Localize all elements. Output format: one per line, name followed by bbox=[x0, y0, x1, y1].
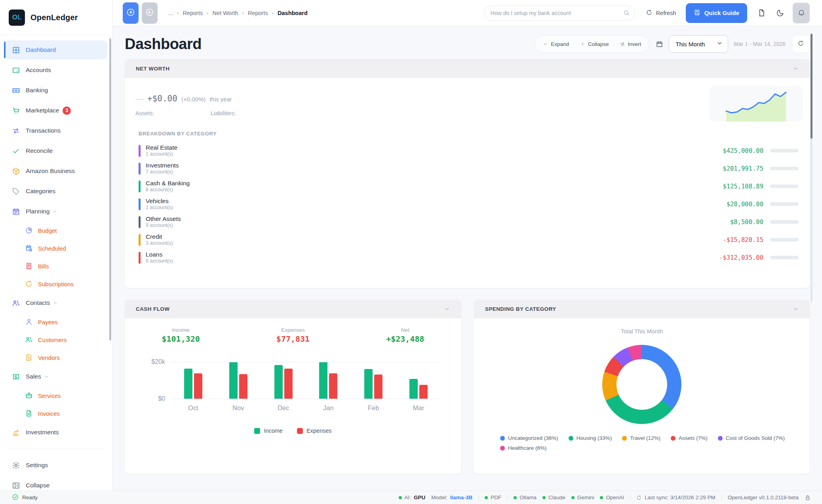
sidebar-item-marketplace[interactable]: Marketplace3 bbox=[4, 101, 107, 120]
category-color-bar bbox=[139, 181, 141, 192]
legend-label: Expenses bbox=[306, 428, 332, 434]
breakdown-row-loans[interactable]: Loans5 account(s)-$312,035.00 bbox=[139, 249, 799, 266]
sidebar-item-dashboard[interactable]: Dashboard bbox=[4, 40, 107, 59]
sparkline-chart bbox=[709, 86, 803, 122]
period-select[interactable]: This Month bbox=[669, 35, 728, 53]
stat-income: Income$101,320 bbox=[125, 327, 237, 344]
category-info: Other Assets9 account(s) bbox=[146, 215, 181, 229]
sidebar-item-planning[interactable]: Planning bbox=[4, 202, 107, 221]
category-amount: -$312,035.00 bbox=[719, 254, 763, 261]
sidebar-item-customers[interactable]: Customers bbox=[4, 331, 107, 348]
logo-monogram: OL bbox=[12, 13, 22, 21]
sidebar-item-transactions[interactable]: Transactions bbox=[4, 121, 107, 140]
model-value: llama-3B bbox=[450, 494, 472, 500]
sidebar-item-scheduled[interactable]: Scheduled bbox=[4, 240, 107, 257]
income-bar[interactable] bbox=[274, 365, 283, 399]
expenses-bar[interactable] bbox=[374, 375, 382, 399]
breakdown-row-credit[interactable]: Credit3 account(s)-$15,820.15 bbox=[139, 231, 799, 249]
income-bar[interactable] bbox=[409, 379, 418, 399]
breakdown-row-other-assets[interactable]: Other Assets9 account(s)$8,500.00 bbox=[139, 213, 799, 231]
sidebar-item-label: Reconcile bbox=[26, 147, 53, 154]
breadcrumb-item[interactable]: Dashboard bbox=[278, 10, 308, 16]
y-axis-label: $0 bbox=[158, 395, 171, 402]
breadcrumb-item[interactable]: Net Worth bbox=[213, 10, 238, 16]
liabilities-label: Liabilities: bbox=[211, 110, 236, 116]
expenses-bar[interactable] bbox=[284, 369, 293, 399]
expenses-bar[interactable] bbox=[329, 373, 337, 399]
refresh-button[interactable]: Refresh bbox=[646, 9, 676, 17]
notifications-button[interactable] bbox=[793, 3, 810, 23]
sidebar-item-services[interactable]: Services bbox=[4, 387, 107, 404]
sidebar-item-sales[interactable]: Sales bbox=[4, 367, 107, 386]
income-bar[interactable] bbox=[319, 362, 327, 399]
expenses-bar[interactable] bbox=[419, 385, 428, 399]
breakdown-row-vehicles[interactable]: Vehicles1 account(s)$28,000.00 bbox=[139, 195, 799, 213]
breakdown-row-investments[interactable]: Investments7 account(s)$201,991.75 bbox=[139, 160, 799, 177]
status-dot bbox=[600, 496, 603, 499]
category-progress-pill bbox=[770, 220, 799, 224]
sidebar-item-amazon-business[interactable]: Amazon Business bbox=[4, 162, 107, 181]
bell-icon bbox=[797, 8, 805, 18]
collapse-section-icon[interactable] bbox=[444, 306, 450, 312]
calendar-icon bbox=[656, 40, 663, 48]
sidebar-item-categories[interactable]: Categories bbox=[4, 182, 107, 201]
sidebar-item-contacts[interactable]: Contacts bbox=[4, 293, 107, 312]
expand-button[interactable]: Expand bbox=[537, 41, 575, 47]
sidebar-item-bills[interactable]: Bills bbox=[4, 258, 107, 274]
sidebar-item-investments[interactable]: Investments bbox=[4, 423, 107, 442]
income-bar[interactable] bbox=[364, 369, 373, 399]
category-amount: $8,500.00 bbox=[730, 219, 763, 226]
chevron-down-icon bbox=[793, 66, 799, 72]
sidebar-item-label: Vendors bbox=[38, 354, 60, 361]
sidebar-item-payees[interactable]: Payees bbox=[4, 314, 107, 330]
income-bar[interactable] bbox=[229, 362, 238, 399]
collapse-button[interactable]: Collapse bbox=[575, 41, 615, 47]
lock-status[interactable] bbox=[805, 494, 811, 501]
sidebar-item-reconcile[interactable]: Reconcile bbox=[4, 141, 107, 160]
status-dot bbox=[514, 496, 517, 499]
dark-mode-button[interactable] bbox=[776, 9, 784, 17]
quick-guide-button[interactable]: Quick Guide bbox=[686, 3, 747, 23]
gridline bbox=[171, 399, 441, 399]
income-bar[interactable] bbox=[184, 369, 192, 399]
sidebar-item-banking[interactable]: Banking bbox=[4, 81, 107, 100]
expenses-bar[interactable] bbox=[239, 374, 247, 399]
breakdown-row-real-estate[interactable]: Real Estate1 account(s)$425,000.00 bbox=[139, 142, 799, 160]
legend-assets: Assets (7%) bbox=[671, 435, 708, 441]
category-amount: $125,108.89 bbox=[723, 183, 763, 190]
legend-income: Income bbox=[254, 428, 283, 434]
breadcrumb-item[interactable]: Reports bbox=[248, 10, 268, 16]
chevron-down-icon bbox=[793, 306, 799, 312]
collapse-section-icon[interactable] bbox=[793, 66, 799, 72]
sync-button[interactable] bbox=[792, 35, 810, 53]
sidebar-item-subscriptions[interactable]: Subscriptions bbox=[4, 276, 107, 292]
sidebar-item-invoices[interactable]: Invoices bbox=[4, 405, 107, 422]
sidebar-item-accounts[interactable]: Accounts bbox=[4, 61, 107, 80]
book-icon bbox=[694, 9, 700, 16]
service-claude: Claude bbox=[542, 494, 565, 500]
sidebar-item-vendors[interactable]: Vendors bbox=[4, 349, 107, 366]
legend-label: Healthcare (6%) bbox=[508, 445, 547, 451]
category-account-count: 1 account(s) bbox=[146, 151, 177, 158]
content-scrollbar-thumb[interactable] bbox=[811, 34, 812, 139]
sidebar-item-budget[interactable]: Budget bbox=[4, 222, 107, 239]
breadcrumb-item[interactable]: Reports bbox=[183, 10, 203, 16]
breakdown-row-cash-banking[interactable]: Cash & Banking6 account(s)$125,108.89 bbox=[139, 177, 799, 195]
pdf-status: PDF bbox=[485, 494, 501, 500]
sidebar-item-settings[interactable]: Settings bbox=[4, 456, 107, 475]
category-info: Loans5 account(s) bbox=[146, 251, 173, 264]
category-amount: -$15,820.15 bbox=[723, 236, 763, 243]
search-icon[interactable] bbox=[623, 10, 630, 16]
invert-button[interactable]: Invert bbox=[615, 41, 647, 47]
search-input[interactable] bbox=[484, 6, 635, 21]
document-button[interactable] bbox=[757, 9, 766, 17]
sidebar-scrollbar[interactable] bbox=[109, 38, 111, 340]
breadcrumb-item[interactable]: ... bbox=[168, 10, 173, 16]
collapse-icon bbox=[12, 481, 20, 490]
back-button[interactable] bbox=[123, 2, 139, 24]
forward-button[interactable] bbox=[142, 2, 158, 24]
legend-travel: Travel (12%) bbox=[622, 435, 660, 441]
collapse-section-icon[interactable] bbox=[793, 306, 799, 312]
expenses-bar[interactable] bbox=[194, 373, 202, 399]
category-progress-pill bbox=[770, 256, 799, 259]
